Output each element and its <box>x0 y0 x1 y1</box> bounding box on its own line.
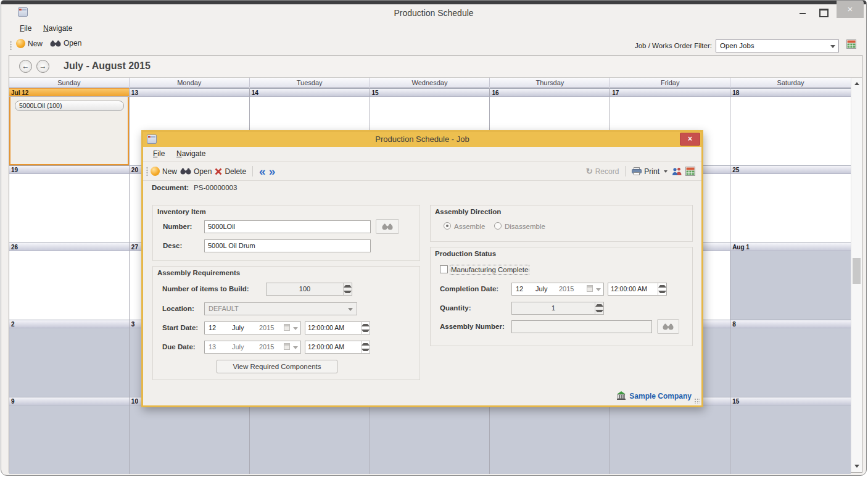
production-status-group: Production Status Manufacturing Complete… <box>430 247 693 346</box>
calendar-day-cell[interactable]: Aug 1 <box>730 243 851 320</box>
minimize-button[interactable] <box>796 4 809 20</box>
calendar-day-cell[interactable]: 26 <box>9 243 130 320</box>
calendar-day-cell[interactable]: 18 <box>730 88 851 165</box>
calendar-day-cell[interactable] <box>490 397 610 474</box>
screen: Production Schedule × File Navigate New … <box>0 0 868 477</box>
dialog-menu-navigate[interactable]: Navigate <box>176 149 205 158</box>
main-toolbar: New Open Job / Works Order Filter: Open … <box>1 36 866 54</box>
weekday-header: Saturday <box>730 78 851 88</box>
dialog-app-icon <box>147 135 157 144</box>
binoculars-icon <box>180 168 191 175</box>
spinner-buttons[interactable] <box>658 283 666 295</box>
menu-navigate[interactable]: Navigate <box>43 24 72 33</box>
print-dropdown-caret[interactable] <box>664 170 668 173</box>
dialog-close-button[interactable]: × <box>680 133 700 146</box>
items-to-build-stepper[interactable]: 100 <box>266 283 352 296</box>
spinner-buttons[interactable] <box>595 302 603 314</box>
start-date-field[interactable]: 12 July 2015 <box>204 321 301 334</box>
dialog-new-button[interactable]: New <box>151 167 177 176</box>
quantity-stepper[interactable]: 1 <box>511 302 604 315</box>
schedule-view-icon[interactable] <box>685 167 695 176</box>
calendar-day-cell[interactable]: 8 <box>730 320 851 397</box>
print-button[interactable]: Print <box>632 167 659 176</box>
disassemble-label: Disassemble <box>505 223 545 230</box>
calendar-scrollbar[interactable] <box>851 78 862 472</box>
chevron-down-icon <box>293 346 298 349</box>
dialog-menubar: File Navigate <box>143 147 701 162</box>
calendar-day-cell[interactable]: Jul 125000LOil (100) <box>9 88 130 165</box>
record-button[interactable]: Record <box>586 167 619 176</box>
day-header: Aug 1 <box>730 243 851 251</box>
dialog-delete-button[interactable]: Delete <box>215 167 246 176</box>
menu-file[interactable]: File <box>20 24 31 33</box>
number-label: Number: <box>163 223 192 230</box>
day-header: 15 <box>370 88 490 97</box>
completion-date-label: Completion Date: <box>440 285 498 292</box>
calendar-day-cell[interactable] <box>250 397 370 474</box>
day-header: 9 <box>9 397 129 405</box>
start-date-label: Start Date: <box>162 324 198 331</box>
spinner-buttons[interactable] <box>361 322 370 334</box>
calendar-day-cell[interactable]: 15 <box>730 397 851 474</box>
binoculars-icon <box>50 40 61 47</box>
location-dropdown[interactable]: DEFAULT <box>204 302 357 315</box>
calendar-day-cell[interactable] <box>370 397 490 474</box>
resize-grip[interactable] <box>694 398 700 404</box>
group-title: Assembly Direction <box>435 208 501 215</box>
item-number-field[interactable]: 5000LOil <box>204 220 371 233</box>
chevron-down-icon <box>293 327 298 330</box>
calendar-event-chip[interactable]: 5000LOil (100) <box>15 101 124 111</box>
item-desc-field[interactable]: 5000L Oil Drum <box>204 239 371 252</box>
job-filter-dropdown[interactable]: Open Jobs <box>716 39 839 52</box>
calendar-title: July - August 2015 <box>64 60 151 72</box>
chevron-down-icon <box>596 288 601 291</box>
desc-label: Desc: <box>163 242 182 249</box>
scroll-down-icon[interactable] <box>851 461 862 471</box>
calendar-day-cell[interactable]: 9 <box>9 397 130 474</box>
day-header: 2 <box>9 320 129 328</box>
start-time-field[interactable]: 12:00:00 AM <box>305 321 370 334</box>
window-title: Production Schedule <box>1 4 866 22</box>
assemble-radio[interactable] <box>444 222 451 230</box>
app-icon <box>18 7 28 17</box>
binoculars-icon <box>663 323 674 330</box>
due-time-field[interactable]: 12:00:00 AM <box>305 341 370 354</box>
calendar-day-cell[interactable]: 19 <box>9 165 130 243</box>
day-header: 17 <box>610 88 730 97</box>
item-lookup-button[interactable] <box>376 219 399 234</box>
calendar-day-cell[interactable] <box>610 397 730 474</box>
manufacturing-complete-checkbox[interactable] <box>440 265 448 273</box>
manufacturing-complete-label[interactable]: Manufacturing Complete <box>451 266 528 273</box>
assembly-number-field[interactable] <box>511 320 652 333</box>
prev-period-button[interactable] <box>19 60 32 73</box>
job-dialog: Production Schedule - Job × File Navigat… <box>141 130 703 407</box>
calendar-day-cell[interactable]: 2 <box>9 320 130 397</box>
spinner-buttons[interactable] <box>343 283 352 295</box>
company-name[interactable]: Sample Company <box>629 392 692 400</box>
dialog-menu-file[interactable]: File <box>153 149 165 158</box>
day-header: 25 <box>730 165 851 174</box>
open-button[interactable]: Open <box>50 39 81 48</box>
maximize-button[interactable] <box>817 4 830 20</box>
disassemble-radio[interactable] <box>494 222 502 230</box>
scrollbar-thumb[interactable] <box>853 258 861 284</box>
calendar-day-cell[interactable]: 10 <box>130 397 250 474</box>
close-button[interactable]: × <box>837 1 864 18</box>
calendar-day-cell[interactable]: 25 <box>730 165 851 243</box>
schedule-view-icon[interactable] <box>846 39 856 49</box>
new-button[interactable]: New <box>16 39 43 48</box>
next-record-icon[interactable] <box>269 166 276 176</box>
previous-record-icon[interactable] <box>259 166 266 176</box>
spinner-buttons[interactable] <box>361 341 370 353</box>
view-required-components-button[interactable]: View Required Components <box>217 360 337 373</box>
due-date-field[interactable]: 13 July 2015 <box>204 341 301 354</box>
completion-date-field[interactable]: 12 July 2015 <box>511 283 604 296</box>
dialog-toolbar-grip <box>146 167 148 176</box>
dialog-open-button[interactable]: Open <box>180 167 212 176</box>
users-icon[interactable] <box>672 167 682 175</box>
scroll-up-icon[interactable] <box>851 79 862 89</box>
completion-time-field[interactable]: 12:00:00 AM <box>608 283 667 296</box>
group-title: Assembly Requirements <box>157 269 240 276</box>
assembly-lookup-button[interactable] <box>657 319 679 334</box>
next-period-button[interactable] <box>36 60 49 73</box>
